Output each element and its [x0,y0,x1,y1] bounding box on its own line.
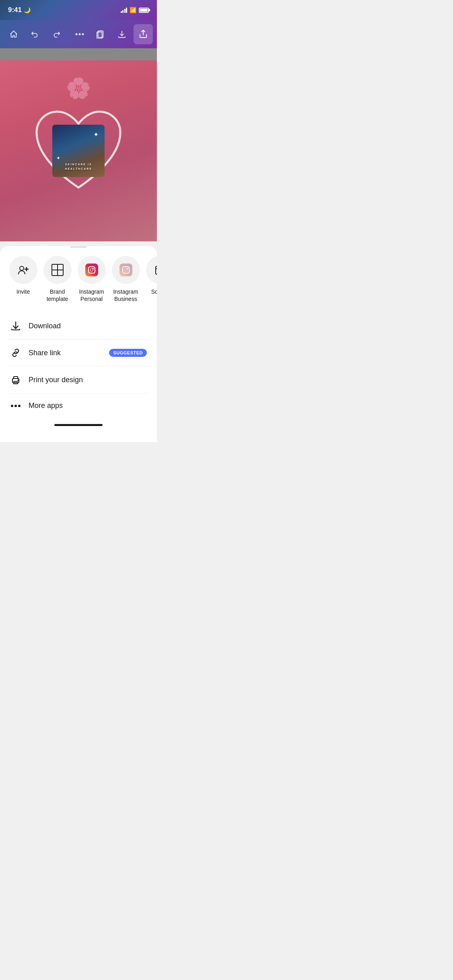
bottom-sheet: Invite Brand template Instagram Personal [0,246,157,442]
photo-inset: SKINCARE ISHEALTHCARE ✦ ✦ [52,125,105,177]
svg-point-2 [82,33,84,35]
share-button[interactable] [134,24,153,44]
signal-icon [121,7,128,13]
svg-point-0 [75,33,77,35]
svg-point-12 [18,405,21,407]
invite-action[interactable]: Invite [6,256,40,295]
link-icon [10,348,21,358]
home-bar [54,424,103,426]
time-display: 9:41 [8,6,22,14]
toolbar [0,20,157,48]
svg-point-10 [11,405,13,407]
wifi-icon: 📶 [130,7,136,13]
instagram-personal-circle [78,256,106,284]
download-icon [10,321,21,331]
moon-icon: 🌙 [24,7,31,13]
brand-template-label: Brand template [47,288,68,303]
schedule-icon-circle [146,256,157,284]
svg-point-5 [20,266,24,270]
svg-rect-6 [156,266,157,274]
instagram-business-label: Instagram Business [113,288,138,303]
suggested-badge: SUGGESTED [109,349,147,357]
svg-rect-4 [97,32,102,39]
undo-button[interactable] [25,24,45,44]
status-time: 9:41 🌙 [8,6,31,14]
share-link-menu-item[interactable]: Share link SUGGESTED [8,339,149,366]
redo-button[interactable] [47,24,66,44]
schedule-action[interactable]: Sche... [143,256,157,295]
svg-point-9 [18,380,19,381]
watermark-decor: 🌸 [66,76,91,100]
pages-button[interactable] [91,24,110,44]
canvas-area: 🌸 SKINCARE ISHEALTHCARE ✦ ✦ [0,48,157,241]
home-button[interactable] [4,24,23,44]
instagram-personal-label: Instagram Personal [79,288,104,303]
brand-template-action[interactable]: Brand template [40,256,74,303]
more-button[interactable] [70,24,89,44]
instagram-business-action[interactable]: Instagram Business [109,256,143,303]
sheet-handle [70,246,86,248]
download-label: Download [29,322,147,330]
download-button[interactable] [112,24,132,44]
print-menu-item[interactable]: Print your design [8,366,149,393]
design-preview: 🌸 SKINCARE ISHEALTHCARE ✦ ✦ [0,60,157,241]
schedule-label: Sche... [151,288,157,295]
invite-icon-circle [9,256,37,284]
svg-point-1 [78,33,80,35]
instagram-personal-action[interactable]: Instagram Personal [74,256,109,303]
instagram-personal-icon [85,264,98,276]
heart-design: SKINCARE ISHEALTHCARE ✦ ✦ [26,99,131,203]
brand-template-icon [51,264,64,276]
download-menu-item[interactable]: Download [8,313,149,339]
instagram-business-icon [119,264,132,276]
brand-icon-circle [43,256,72,284]
more-apps-label: More apps [29,401,147,410]
status-bar: 9:41 🌙 📶 [0,0,157,20]
menu-section: Download Share link SUGGESTED [0,313,157,418]
quick-actions-row: Invite Brand template Instagram Personal [0,256,157,313]
print-icon [10,375,21,385]
invite-label: Invite [16,288,30,295]
home-indicator [0,418,157,430]
print-label: Print your design [29,376,147,384]
svg-point-11 [14,405,17,407]
status-icons: 📶 [121,7,149,13]
share-link-label: Share link [29,349,102,357]
instagram-business-circle [112,256,140,284]
battery-icon [139,8,149,13]
more-apps-icon [10,404,21,408]
more-apps-menu-item[interactable]: More apps [8,393,149,418]
